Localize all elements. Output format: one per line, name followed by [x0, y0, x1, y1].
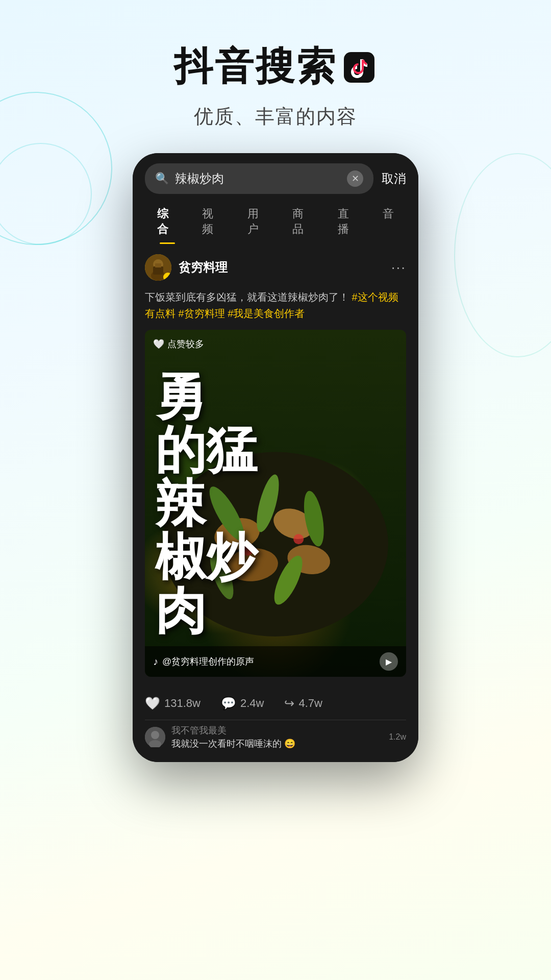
comments-count: 2.4w — [240, 697, 264, 710]
tab-video[interactable]: 视频 — [190, 202, 235, 244]
bg-decoration-3 — [454, 153, 551, 357]
audio-bar: ♪ @贫穷料理创作的原声 ▶ — [145, 646, 406, 677]
play-icon: ▶ — [386, 657, 392, 667]
author-info: ✓ 贫穷料理 — [145, 254, 228, 281]
comments-stat[interactable]: 💬 2.4w — [221, 696, 264, 710]
tab-live[interactable]: 直播 — [325, 202, 370, 244]
video-thumbnail[interactable]: 勇的猛辣椒炒肉 🤍 点赞较多 ♪ @贫穷料理创作的原声 ▶ — [145, 330, 406, 677]
more-options-icon[interactable]: ··· — [391, 259, 406, 276]
comment-likes: 1.2w — [389, 732, 406, 742]
svg-rect-5 — [155, 263, 161, 267]
post-description: 下饭菜到底有多凶猛，就看这道辣椒炒肉了！ #这个视频有点料 #贫穷料理 #我是美… — [145, 289, 406, 322]
app-title: 抖音搜索 — [0, 41, 551, 93]
comment-content: 我不管我最美 我就没一次看时不咽唾沫的 😄 — [171, 724, 383, 750]
search-input-container[interactable]: 🔍 辣椒炒肉 ✕ — [145, 163, 373, 194]
comment-item: 我不管我最美 我就没一次看时不咽唾沫的 😄 1.2w — [145, 720, 406, 754]
search-results: ✓ 贫穷料理 ··· 下饭菜到底有多凶猛，就看这道辣椒炒肉了！ #这个视频有点料… — [133, 244, 418, 687]
search-icon: 🔍 — [155, 172, 169, 185]
tab-comprehensive[interactable]: 综合 — [145, 202, 190, 244]
likes-stat[interactable]: 🤍 131.8w — [145, 696, 201, 710]
commenter-name: 我不管我最美 — [171, 724, 383, 737]
audio-info: ♪ @贫穷料理创作的原声 — [153, 655, 254, 668]
audio-text: @贫穷料理创作的原声 — [162, 655, 254, 668]
likes-count: 131.8w — [164, 697, 201, 710]
search-query: 辣椒炒肉 — [175, 170, 341, 187]
video-text-overlay: 勇的猛辣椒炒肉 — [145, 330, 406, 677]
heart-stat-icon: 🤍 — [145, 696, 160, 710]
phone-mockup: 🔍 辣椒炒肉 ✕ 取消 综合 视频 用户 商品 直播 音 — [133, 153, 418, 762]
search-tabs: 综合 视频 用户 商品 直播 音 — [133, 194, 418, 244]
header-subtitle: 优质、丰富的内容 — [0, 104, 551, 130]
svg-rect-4 — [153, 266, 163, 275]
tab-product[interactable]: 商品 — [280, 202, 325, 244]
author-name: 贫穷料理 — [179, 259, 228, 276]
author-row: ✓ 贫穷料理 ··· — [145, 254, 406, 281]
comment-text: 我就没一次看时不咽唾沫的 😄 — [171, 738, 383, 750]
search-clear-button[interactable]: ✕ — [347, 170, 363, 187]
close-icon: ✕ — [352, 173, 359, 184]
tiktok-small-icon: ♪ — [153, 656, 158, 668]
verified-badge: ✓ — [163, 273, 171, 281]
description-text: 下饭菜到底有多凶猛，就看这道辣椒炒肉了！ — [145, 291, 349, 303]
comment-stat-icon: 💬 — [221, 696, 236, 710]
shares-count: 4.7w — [298, 697, 322, 710]
hashtag-3[interactable]: #我是美食创作者 — [228, 308, 305, 319]
avatar: ✓ — [145, 254, 171, 281]
likes-badge: 🤍 点赞较多 — [153, 338, 204, 350]
search-bar: 🔍 辣椒炒肉 ✕ 取消 — [133, 153, 418, 194]
hashtag-2[interactable]: #贫穷料理 — [179, 308, 228, 319]
heart-icon: 🤍 — [153, 338, 164, 350]
share-stat-icon: ↪ — [284, 696, 294, 710]
svg-rect-0 — [344, 52, 374, 83]
search-cancel-button[interactable]: 取消 — [382, 170, 406, 187]
header: 抖音搜索 优质、丰富的内容 — [0, 0, 551, 150]
tab-audio[interactable]: 音 — [370, 202, 406, 244]
shares-stat[interactable]: ↪ 4.7w — [284, 696, 322, 710]
video-title-text: 勇的猛辣椒炒肉 — [155, 370, 257, 638]
title-text: 抖音搜索 — [174, 41, 337, 93]
tiktok-logo-icon — [341, 50, 377, 85]
commenter-avatar — [145, 727, 165, 747]
tab-user[interactable]: 用户 — [235, 202, 280, 244]
stats-bar: 🤍 131.8w 💬 2.4w ↪ 4.7w — [133, 687, 418, 720]
likes-label: 点赞较多 — [167, 338, 204, 350]
play-button[interactable]: ▶ — [380, 652, 398, 671]
svg-point-19 — [151, 731, 159, 739]
comments-section: 我不管我最美 我就没一次看时不咽唾沫的 😄 1.2w — [133, 720, 418, 762]
